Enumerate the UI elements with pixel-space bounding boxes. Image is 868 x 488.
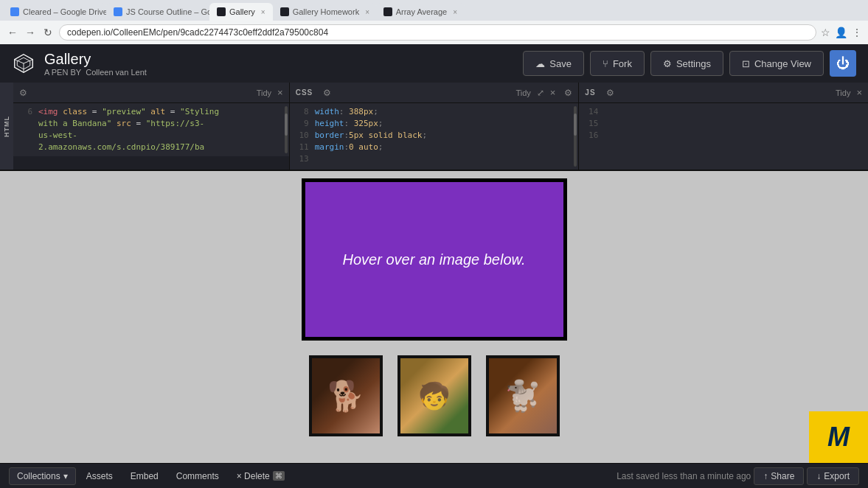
- save-label: Save: [549, 58, 572, 69]
- star-icon[interactable]: ☆: [821, 27, 830, 38]
- favicon-gallery: [217, 7, 226, 16]
- html-scrollbar[interactable]: [285, 106, 288, 153]
- michigan-logo: M: [809, 411, 868, 463]
- css-settings-icon[interactable]: ⚙: [564, 88, 572, 98]
- change-view-button[interactable]: ⊡ Change View: [729, 51, 824, 76]
- browser-chrome: Cleared – Google Drive × JS Course Outli…: [0, 0, 868, 44]
- settings-label: Settings: [676, 58, 711, 69]
- code-line-6: 6 <img class = "preview" alt = "Styling: [19, 106, 283, 118]
- tab-gallery-close[interactable]: ×: [261, 8, 265, 16]
- collections-button[interactable]: Collections ▾: [9, 467, 76, 485]
- gallery-main-text: Hover over an image below.: [343, 251, 526, 268]
- address-bar[interactable]: codepen.io/ColleenEMc/pen/9cadc2274473c0…: [59, 24, 816, 41]
- js-editor-panel: JS ⚙ Tidy × 14 15 16: [579, 83, 868, 170]
- tab-array-close[interactable]: ×: [453, 8, 457, 16]
- css-line-8: 8 width: 388px;: [296, 106, 573, 118]
- gallery-thumb-3[interactable]: 🐩: [486, 355, 560, 436]
- css-expand-button[interactable]: ⤢: [537, 88, 544, 98]
- cloud-icon: ☁: [535, 58, 545, 69]
- tab-cleared[interactable]: Cleared – Google Drive ×: [3, 3, 106, 21]
- comments-button[interactable]: Comments: [169, 468, 226, 484]
- tab-js[interactable]: JS Course Outline – Goo… ×: [106, 3, 209, 21]
- css-scroll-thumb: [574, 114, 577, 136]
- gallery-content: Hover over an image below. 🐕 🧒 🐩: [0, 171, 868, 463]
- tab-cleared-label: Cleared – Google Drive: [23, 7, 106, 16]
- delete-button[interactable]: × Delete ⌘: [229, 468, 292, 484]
- save-button[interactable]: ☁ Save: [523, 51, 584, 76]
- share-icon: ↑: [763, 471, 768, 481]
- forward-button[interactable]: →: [24, 26, 37, 39]
- app-wrapper: Cleared – Google Drive × JS Course Outli…: [0, 0, 868, 488]
- browser-nav: ← → ↻ codepen.io/ColleenEMc/pen/9cadc227…: [0, 21, 868, 44]
- export-button[interactable]: ↓ Export: [807, 467, 859, 485]
- js-line-14: 14: [585, 106, 862, 118]
- fork-icon: ⑂: [603, 58, 608, 69]
- favicon-cleared: [10, 7, 19, 16]
- tab-array[interactable]: Array Average ×: [376, 3, 465, 21]
- cmd-icon: ⌘: [273, 471, 285, 481]
- menu-icon[interactable]: ⋮: [852, 27, 862, 38]
- css-line-9: 9 height: 325px;: [296, 118, 573, 130]
- tab-js-label: JS Course Outline – Goo…: [126, 7, 209, 16]
- header-buttons: ☁ Save ⑂ Fork ⚙ Settings ⊡ Change View ⏻: [523, 50, 856, 77]
- codepen-logo[interactable]: [12, 52, 35, 75]
- collections-chevron-icon: ▾: [63, 471, 68, 481]
- css-editor-content[interactable]: 8 width: 388px; 9 height: 325px; 10 bord…: [290, 103, 579, 170]
- pen-author: A PEN BY Colleen van Lent: [44, 68, 514, 77]
- html-gear-icon[interactable]: ⚙: [19, 88, 27, 98]
- gallery-thumb-1[interactable]: 🐕: [309, 355, 383, 436]
- css-tidy-button[interactable]: Tidy: [515, 88, 530, 97]
- js-gear-icon[interactable]: ⚙: [606, 88, 614, 98]
- code-line-cont1: with a Bandana" src = "https://s3-: [19, 118, 283, 130]
- reload-button[interactable]: ↻: [41, 26, 55, 39]
- preview-container: Hover over an image below. 🐕 🧒 🐩 M: [0, 171, 868, 463]
- js-label: JS: [585, 88, 595, 97]
- html-close-button[interactable]: ×: [277, 87, 283, 98]
- change-view-label: Change View: [754, 58, 811, 69]
- css-gear-icon[interactable]: ⚙: [323, 88, 331, 98]
- assets-button[interactable]: Assets: [79, 468, 120, 484]
- code-line-cont2: us-west-: [19, 130, 283, 142]
- js-close-button[interactable]: ×: [856, 87, 862, 98]
- gear-icon: ⚙: [663, 58, 672, 69]
- browser-tabs: Cleared – Google Drive × JS Course Outli…: [0, 0, 868, 21]
- view-icon: ⊡: [742, 58, 750, 69]
- share-button[interactable]: ↑ Share: [754, 467, 804, 485]
- html-tab-bar: ⚙ Tidy ×: [13, 83, 289, 103]
- tab-homework-label: Gallery Homework: [293, 7, 359, 16]
- save-status: Last saved less than a minute ago: [617, 471, 751, 481]
- css-close-button[interactable]: ×: [550, 87, 556, 98]
- settings-button[interactable]: ⚙ Settings: [650, 51, 723, 76]
- tab-array-label: Array Average: [396, 7, 448, 16]
- pen-title: Gallery: [44, 51, 514, 68]
- js-tidy-button[interactable]: Tidy: [836, 88, 850, 97]
- editors-row: HTML ⚙ Tidy × 6 <img class = "preview" a…: [0, 83, 868, 171]
- favicon-homework: [280, 7, 289, 16]
- html-editor-panel: HTML ⚙ Tidy × 6 <img class = "preview" a…: [0, 83, 290, 170]
- html-editor-content[interactable]: 6 <img class = "preview" alt = "Styling …: [13, 103, 289, 156]
- tab-homework[interactable]: Gallery Homework ×: [273, 3, 376, 21]
- css-scrollbar[interactable]: [574, 106, 577, 167]
- fork-button[interactable]: ⑂ Fork: [590, 51, 645, 76]
- michigan-letter: M: [827, 422, 850, 453]
- back-button[interactable]: ←: [6, 26, 19, 39]
- power-button[interactable]: ⏻: [830, 50, 856, 77]
- embed-button[interactable]: Embed: [123, 468, 166, 484]
- js-tab-bar: JS ⚙ Tidy ×: [579, 83, 868, 103]
- tab-gallery[interactable]: Gallery ×: [209, 3, 273, 21]
- bottom-bar: Collections ▾ Assets Embed Comments × De…: [0, 463, 868, 488]
- gallery-main-display: Hover over an image below.: [302, 178, 567, 341]
- codepen-header: Gallery A PEN BY Colleen van Lent ☁ Save…: [0, 44, 868, 83]
- address-text: codepen.io/ColleenEMc/pen/9cadc2274473c0…: [67, 27, 328, 38]
- css-line-11: 11 margin:0 auto;: [296, 142, 573, 153]
- tab-homework-close[interactable]: ×: [365, 8, 369, 16]
- gallery-thumb-2[interactable]: 🧒: [397, 355, 471, 436]
- css-line-13: 13: [296, 153, 573, 165]
- fork-label: Fork: [613, 58, 632, 69]
- person-icon[interactable]: 👤: [835, 27, 847, 38]
- author-name: Colleen van Lent: [86, 68, 147, 77]
- js-editor-content[interactable]: 14 15 16: [579, 103, 868, 170]
- html-tidy-button[interactable]: Tidy: [257, 88, 271, 97]
- html-scroll-thumb: [285, 114, 288, 136]
- css-tab-bar: CSS ⚙ Tidy ⤢ × ⚙: [290, 83, 579, 103]
